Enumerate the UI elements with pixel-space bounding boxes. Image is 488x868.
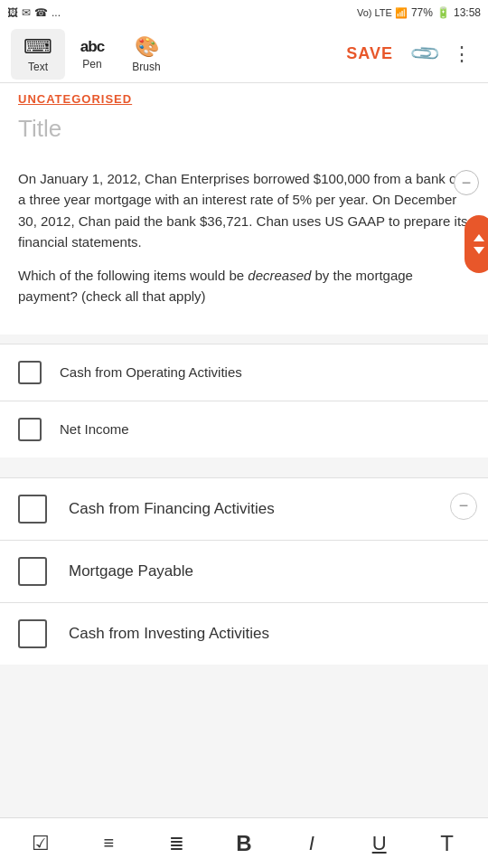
checkbox-cash-financing[interactable] — [18, 495, 47, 524]
mail-icon: ✉ — [22, 6, 31, 19]
save-button[interactable]: SAVE — [335, 44, 404, 63]
brush-icon: 🎨 — [135, 35, 159, 59]
italic-icon: I — [309, 832, 314, 855]
scroll-handle[interactable] — [465, 215, 488, 273]
underline-icon: U — [372, 832, 387, 855]
checkbox-item-cash-investing[interactable]: Cash from Investing Activities — [0, 603, 488, 665]
checkbox-net-income[interactable] — [18, 418, 42, 441]
checkbox-cash-operating[interactable] — [18, 361, 42, 384]
checkbox-group-1: Cash from Operating Activities Net Incom… — [0, 344, 488, 458]
content-card-wrapper: − On January 1, 2012, Chan Enterprises b… — [0, 154, 488, 335]
checkbox-mortgage-payable[interactable] — [18, 557, 47, 586]
checkbox-item-mortgage-payable[interactable]: Mortgage Payable — [0, 541, 488, 603]
title-placeholder[interactable]: Title — [18, 115, 61, 142]
checkbox-item-cash-financing[interactable]: Cash from Financing Activities — [0, 478, 488, 541]
bullet-list-button[interactable]: ≡ — [83, 824, 134, 863]
attachment-icon[interactable]: 📎 — [402, 31, 449, 78]
checkbox-label-cash-operating: Cash from Operating Activities — [60, 364, 242, 380]
numbered-list-button[interactable]: ≣ — [151, 824, 202, 863]
status-left-icons: 🖼 ✉ ☎ ... — [7, 6, 61, 19]
checkbox-tool-button[interactable]: ☑ — [15, 824, 66, 863]
paragraph-2: Which of the following items would be de… — [18, 265, 470, 307]
main-toolbar: ⌨ Text abc Pen 🎨 Brush SAVE 📎 ⋮ — [0, 25, 488, 83]
paragraph-1: On January 1, 2012, Chan Enterprises bor… — [18, 168, 470, 252]
checkbox-item-net-income[interactable]: Net Income — [0, 401, 488, 458]
status-right-icons: Vo) LTE 📶 77% 🔋 13:58 — [357, 6, 481, 19]
more-status: ... — [52, 6, 61, 19]
underline-button[interactable]: U — [354, 824, 405, 863]
checkbox-cash-investing[interactable] — [18, 619, 47, 648]
title-section: Title — [0, 108, 488, 154]
clock: 13:58 — [454, 6, 481, 19]
bold-icon: B — [236, 831, 251, 856]
checkbox-label-cash-investing: Cash from Investing Activities — [69, 625, 269, 643]
checkbox-label-net-income: Net Income — [60, 421, 129, 437]
tool-text[interactable]: ⌨ Text — [11, 29, 65, 80]
checkbox-label-cash-financing: Cash from Financing Activities — [69, 500, 275, 518]
bottom-toolbar: ☑ ≡ ≣ B I U T — [0, 817, 488, 868]
phone-icon: ☎ — [34, 6, 48, 19]
bullet-list-icon: ≡ — [103, 833, 114, 854]
checkbox-label-mortgage-payable: Mortgage Payable — [69, 562, 193, 580]
content-card: − On January 1, 2012, Chan Enterprises b… — [0, 154, 488, 335]
signal-icon: Vo) LTE 📶 — [357, 7, 408, 19]
collapse-button-2[interactable]: − — [450, 493, 477, 520]
italic-button[interactable]: I — [286, 824, 337, 863]
font-button[interactable]: T — [421, 824, 472, 863]
collapse-button[interactable]: − — [454, 170, 479, 195]
gallery-icon: 🖼 — [7, 6, 18, 19]
scroll-up-icon — [474, 234, 484, 241]
font-icon: T — [440, 831, 454, 856]
tool-brush[interactable]: 🎨 Brush — [119, 29, 174, 80]
pen-icon: abc — [80, 38, 104, 56]
keyboard-icon: ⌨ — [23, 35, 52, 59]
battery-icon: 🔋 — [436, 6, 450, 19]
bold-button[interactable]: B — [219, 824, 269, 863]
more-options-icon[interactable]: ⋮ — [446, 42, 477, 66]
status-bar: 🖼 ✉ ☎ ... Vo) LTE 📶 77% 🔋 13:58 — [0, 0, 488, 25]
checkbox-icon: ☑ — [32, 832, 50, 855]
category-label: UNCATEGORISED — [0, 83, 488, 108]
tool-pen[interactable]: abc Pen — [65, 29, 119, 80]
numbered-list-icon: ≣ — [169, 833, 184, 854]
checkbox-group-2: − Cash from Financing Activities Mortgag… — [0, 477, 488, 665]
scroll-down-icon — [474, 247, 484, 254]
main-content: UNCATEGORISED Title − On January 1, 2012… — [0, 83, 488, 737]
battery-level: 77% — [411, 6, 433, 19]
checkbox-item-cash-operating[interactable]: Cash from Operating Activities — [0, 344, 488, 401]
spacer — [0, 467, 488, 477]
